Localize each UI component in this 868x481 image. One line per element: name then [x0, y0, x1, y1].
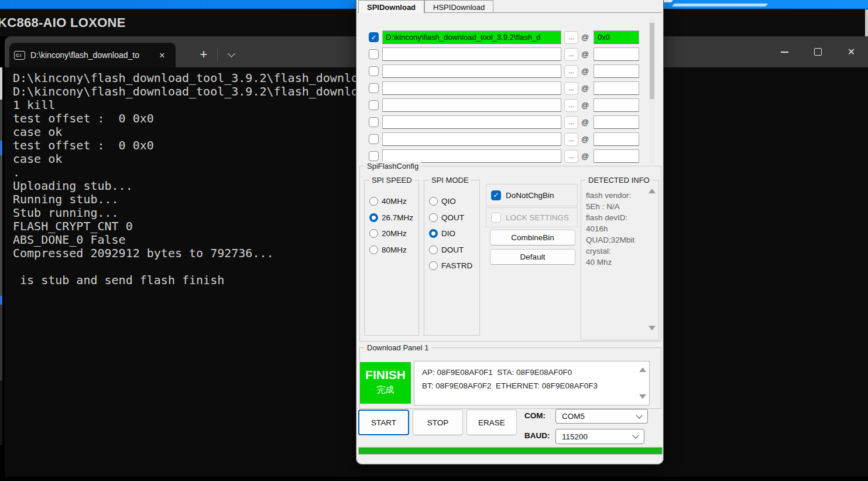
file-path-field[interactable] — [382, 64, 561, 78]
radio-icon[interactable] — [369, 197, 378, 206]
new-tab-button[interactable]: + — [193, 44, 214, 65]
flash-offset-field[interactable] — [593, 149, 639, 163]
flash-offset-field[interactable]: 0x0 — [593, 30, 639, 44]
file-row: ...@ — [362, 132, 658, 149]
radio-icon[interactable] — [369, 229, 378, 238]
file-path-field[interactable] — [382, 149, 561, 163]
scroll-down-icon[interactable] — [639, 394, 646, 399]
file-checkbox[interactable]: ✓ — [369, 32, 379, 42]
download-panel-group: Download Panel 1 FINISH 完成 AP: 08F9E08AF… — [359, 347, 661, 409]
radio-icon[interactable] — [429, 245, 438, 254]
detected-info-line: 40 Mhz — [586, 257, 644, 268]
browse-button[interactable]: ... — [564, 48, 578, 61]
donotchgbin-checkbox[interactable]: ✓ — [491, 190, 501, 200]
baud-rate-select[interactable]: 115200 — [555, 429, 644, 444]
status-finish-chinese: 完成 — [360, 384, 411, 395]
spi-mode-option-dout[interactable]: DOUT — [429, 245, 464, 254]
stop-button[interactable]: STOP — [413, 410, 463, 435]
at-symbol: @ — [581, 118, 589, 127]
start-button[interactable]: START — [358, 410, 409, 435]
browse-button[interactable]: ... — [564, 150, 578, 163]
radio-icon[interactable] — [369, 245, 378, 254]
radio-icon[interactable] — [429, 229, 438, 238]
scroll-down-icon[interactable] — [649, 326, 656, 330]
lock-settings-checkbox[interactable] — [491, 213, 501, 223]
radio-icon[interactable] — [369, 213, 378, 222]
file-row: ...@ — [362, 47, 658, 64]
default-button[interactable]: Default — [490, 249, 575, 265]
baud-rate-value: 115200 — [562, 432, 588, 441]
radio-icon[interactable] — [429, 213, 438, 222]
terminal-tab[interactable]: C:\ D:\kincony\flash_download_to ✕ — [9, 43, 176, 67]
file-checkbox[interactable] — [369, 83, 379, 93]
file-row: ...@ — [362, 81, 658, 98]
download-progress-bar — [358, 447, 663, 455]
tab-spidownload[interactable]: SPIDownload — [358, 0, 424, 13]
donotchgbin-option[interactable]: ✓ DoNotChgBin — [486, 184, 578, 206]
radio-icon[interactable] — [429, 197, 438, 206]
file-path-field[interactable] — [382, 47, 561, 61]
spi-mode-option-qio[interactable]: QIO — [429, 197, 456, 206]
spi-speed-option-40mhz[interactable]: 40MHz — [369, 197, 407, 206]
spi-speed-option-26.7mhz[interactable]: 26.7MHz — [369, 213, 413, 222]
com-port-select[interactable]: COM5 — [555, 409, 648, 424]
group-label: DETECTED INFO — [586, 176, 652, 185]
radio-icon[interactable] — [429, 261, 438, 270]
file-checkbox[interactable] — [369, 117, 379, 127]
browse-button[interactable]: ... — [564, 31, 578, 44]
file-checkbox[interactable] — [369, 100, 379, 110]
flash-offset-field[interactable] — [593, 64, 639, 78]
scroll-up-icon[interactable] — [649, 189, 656, 193]
combinebin-button[interactable]: CombineBin — [490, 230, 575, 245]
file-checkbox[interactable] — [369, 49, 379, 59]
file-path-field[interactable] — [382, 115, 561, 129]
file-path-field[interactable] — [382, 98, 561, 112]
minimize-icon — [781, 52, 788, 53]
device-info-scrollbar[interactable] — [639, 365, 647, 401]
browse-button[interactable]: ... — [564, 65, 578, 78]
spi-mode-label: QIO — [441, 197, 456, 206]
file-checkbox[interactable] — [369, 66, 379, 76]
maximize-button[interactable] — [801, 36, 835, 67]
detected-info-scrollbar[interactable] — [648, 184, 656, 336]
terminal-tab-title: D:\kincony\flash_download_to — [30, 50, 153, 60]
detected-info-line: 4016h — [586, 223, 644, 234]
tab-hspidownload[interactable]: HSPIDownload — [424, 0, 493, 12]
maximize-icon — [814, 48, 822, 56]
group-label: SPI SPEED — [369, 176, 414, 185]
com-label: COM: — [524, 411, 545, 420]
scrollbar-thumb[interactable] — [650, 23, 654, 99]
browse-button[interactable]: ... — [564, 116, 578, 129]
tab-dropdown-button[interactable] — [221, 44, 241, 65]
file-path-field[interactable] — [382, 132, 561, 146]
spi-mode-group: SPI MODE QIOQOUTDIODOUTFASTRD — [424, 180, 480, 336]
tab-close-icon[interactable]: ✕ — [156, 51, 169, 60]
close-button[interactable]: ✕ — [835, 36, 868, 67]
file-checkbox[interactable] — [369, 134, 379, 144]
minimize-button[interactable] — [768, 36, 801, 67]
flash-offset-field[interactable] — [593, 81, 639, 95]
browse-button[interactable]: ... — [564, 99, 578, 112]
spi-speed-option-80mhz[interactable]: 80MHz — [369, 245, 407, 254]
flash-offset-field[interactable] — [593, 98, 639, 112]
flash-offset-field[interactable] — [593, 47, 639, 61]
spi-mode-option-dio[interactable]: DIO — [429, 229, 455, 238]
flash-offset-field[interactable] — [593, 115, 639, 129]
file-list-scrollbar[interactable] — [649, 18, 655, 164]
file-path-field[interactable] — [382, 81, 561, 95]
lock-settings-option[interactable]: LOCK SETTINGS — [486, 207, 578, 227]
file-path-field[interactable]: D:\kincony\flash_download_tool_3.9.2\fla… — [382, 30, 561, 44]
scroll-up-icon[interactable] — [639, 367, 646, 372]
flash-offset-field[interactable] — [593, 132, 639, 146]
spi-mode-option-qout[interactable]: QOUT — [429, 213, 464, 222]
spi-speed-option-20mhz[interactable]: 20MHz — [369, 229, 407, 238]
browse-button[interactable]: ... — [564, 133, 578, 146]
detected-info-group: DETECTED INFO flash vendor:5Eh : N/Aflas… — [581, 180, 659, 340]
erase-button[interactable]: ERASE — [466, 410, 517, 435]
spi-mode-option-fastrd[interactable]: FASTRD — [429, 261, 472, 270]
browse-button[interactable]: ... — [564, 82, 578, 95]
at-symbol: @ — [581, 33, 589, 42]
file-checkbox[interactable] — [369, 151, 379, 161]
mac-address-lines: AP: 08F9E08AF0F1 STA: 08F9E08AF0F0BT: 08… — [422, 366, 634, 393]
at-symbol: @ — [581, 135, 589, 144]
